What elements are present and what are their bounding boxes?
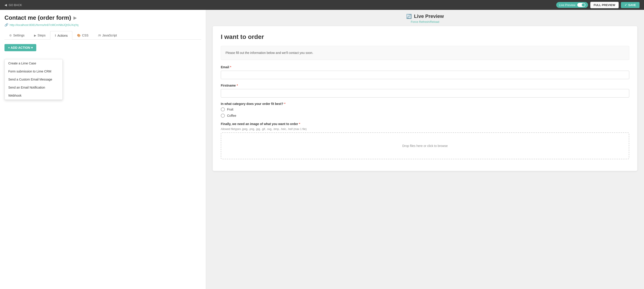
file-upload-placeholder: Drop files here or click to browse bbox=[402, 144, 448, 148]
preview-title-text: Live Preview bbox=[414, 13, 444, 19]
dropdown-item-send-email-notification[interactable]: Send an Email Notification bbox=[5, 83, 62, 91]
main-layout: Contact me (order form) ▶ 🔗 http://local… bbox=[0, 10, 644, 289]
tab-actions[interactable]: ℹ Actions bbox=[50, 31, 72, 40]
tab-actions-label: Actions bbox=[57, 34, 68, 37]
page-title-text: Contact me (order form) bbox=[4, 14, 71, 21]
firstname-label: Firstname * bbox=[221, 84, 629, 87]
live-preview-toggle-label: Live Preview bbox=[559, 3, 576, 7]
form-preview-title: I want to order bbox=[221, 33, 629, 40]
settings-icon: ⚙ bbox=[9, 34, 12, 37]
dropdown-item-send-custom-email[interactable]: Send a Custom Email Message bbox=[5, 75, 62, 83]
file-upload-area[interactable]: Drop files here or click to browse bbox=[221, 132, 629, 159]
page-title: Contact me (order form) ▶ bbox=[4, 14, 201, 21]
dropdown-item-webhook[interactable]: Webhook bbox=[5, 91, 62, 100]
check-icon: ✓ bbox=[624, 3, 627, 7]
back-arrow-icon: ◀ bbox=[4, 3, 7, 7]
add-action-button[interactable]: + ADD ACTION ▾ bbox=[4, 44, 36, 51]
form-field-firstname: Firstname * bbox=[221, 84, 629, 97]
left-panel: Contact me (order form) ▶ 🔗 http://local… bbox=[0, 10, 206, 289]
form-link[interactable]: 🔗 http://localhost:8081/forms/tn87cMCmNl… bbox=[4, 23, 201, 27]
tab-steps[interactable]: ▶ Steps bbox=[29, 31, 50, 39]
dropdown-item-label-1: Form submission to Lime CRM bbox=[8, 70, 51, 73]
full-preview-button[interactable]: FULL PREVIEW bbox=[590, 2, 619, 8]
radio-circle-fruit bbox=[221, 107, 225, 111]
css-icon: 🎨 bbox=[77, 34, 80, 37]
tab-settings-label: Settings bbox=[13, 33, 25, 37]
firstname-input[interactable] bbox=[221, 89, 629, 97]
link-icon: 🔗 bbox=[4, 23, 8, 27]
breadcrumb-arrow-icon: ▶ bbox=[74, 15, 76, 20]
tab-steps-label: Steps bbox=[38, 33, 46, 37]
save-label: SAVE bbox=[628, 3, 636, 7]
tab-javascript[interactable]: JS JavaScript bbox=[93, 31, 122, 39]
firstname-required-star: * bbox=[237, 84, 238, 87]
dropdown-item-form-submission-lime-crm[interactable]: Form submission to Lime CRM bbox=[5, 67, 62, 75]
live-preview-toggle[interactable]: Live Preview bbox=[556, 2, 588, 8]
right-panel: 🔄 Live Preview Force Refresh/Reload I wa… bbox=[206, 10, 644, 289]
dropdown-item-label-0: Create a Lime Case bbox=[8, 61, 36, 65]
radio-group-order-category: Fruit Coffee bbox=[221, 107, 629, 118]
allowed-filetypes: Allowed filetypes .jpeg, .png, .jpg, .gi… bbox=[221, 127, 629, 131]
order-category-label: In what category does your order fit bes… bbox=[221, 102, 629, 106]
actions-icon: ℹ bbox=[55, 34, 56, 37]
save-button[interactable]: ✓ SAVE bbox=[621, 2, 640, 8]
form-description: Please fill out the information below an… bbox=[221, 46, 629, 60]
radio-label-fruit: Fruit bbox=[227, 108, 233, 111]
form-link-url: http://localhost:8081/forms/tn87cMCmNlbJ… bbox=[10, 23, 78, 27]
steps-icon: ▶ bbox=[34, 34, 36, 37]
js-icon: JS bbox=[98, 34, 101, 37]
preview-header: 🔄 Live Preview Force Refresh/Reload bbox=[206, 10, 644, 26]
tab-javascript-label: JavaScript bbox=[102, 33, 117, 37]
topbar: ◀ GO BACK Live Preview FULL PREVIEW ✓ SA… bbox=[0, 0, 644, 10]
go-back-label: GO BACK bbox=[9, 3, 22, 7]
dropdown-item-label-4: Webhook bbox=[8, 94, 22, 97]
radio-label-coffee: Coffee bbox=[227, 114, 236, 117]
toggle-switch[interactable] bbox=[577, 3, 585, 7]
dropdown-item-create-lime-case[interactable]: Create a Lime Case bbox=[5, 59, 62, 67]
force-refresh-link[interactable]: Force Refresh/Reload bbox=[210, 20, 640, 23]
topbar-right: Live Preview FULL PREVIEW ✓ SAVE bbox=[556, 2, 640, 8]
tab-settings[interactable]: ⚙ Settings bbox=[4, 31, 29, 39]
tab-css[interactable]: 🎨 CSS bbox=[72, 31, 93, 39]
radio-item-fruit[interactable]: Fruit bbox=[221, 107, 629, 111]
email-required-star: * bbox=[230, 65, 231, 69]
tabs: ⚙ Settings ▶ Steps ℹ Actions 🎨 CSS JS Ja… bbox=[4, 31, 201, 40]
tab-css-label: CSS bbox=[82, 33, 88, 37]
preview-title: 🔄 Live Preview bbox=[210, 13, 640, 19]
order-category-required-star: * bbox=[284, 102, 285, 106]
order-image-label: Finally, we need an image of what you wa… bbox=[221, 122, 629, 126]
dropdown-menu: Create a Lime Case Form submission to Li… bbox=[4, 59, 63, 100]
email-label: Email * bbox=[221, 65, 629, 69]
form-field-order-image: Finally, we need an image of what you wa… bbox=[221, 122, 629, 159]
add-action-label: + ADD ACTION ▾ bbox=[8, 46, 33, 49]
form-field-email: Email * bbox=[221, 65, 629, 79]
form-field-order-category: In what category does your order fit bes… bbox=[221, 102, 629, 118]
refresh-icon[interactable]: 🔄 bbox=[406, 14, 412, 19]
form-preview-card: I want to order Please fill out the info… bbox=[213, 26, 637, 171]
email-input[interactable] bbox=[221, 71, 629, 79]
dropdown-item-label-3: Send an Email Notification bbox=[8, 86, 45, 89]
radio-circle-coffee bbox=[221, 114, 225, 118]
go-back-button[interactable]: ◀ GO BACK bbox=[4, 3, 22, 7]
radio-item-coffee[interactable]: Coffee bbox=[221, 114, 629, 118]
order-image-required-star: * bbox=[299, 122, 300, 126]
dropdown-item-label-2: Send a Custom Email Message bbox=[8, 78, 52, 81]
